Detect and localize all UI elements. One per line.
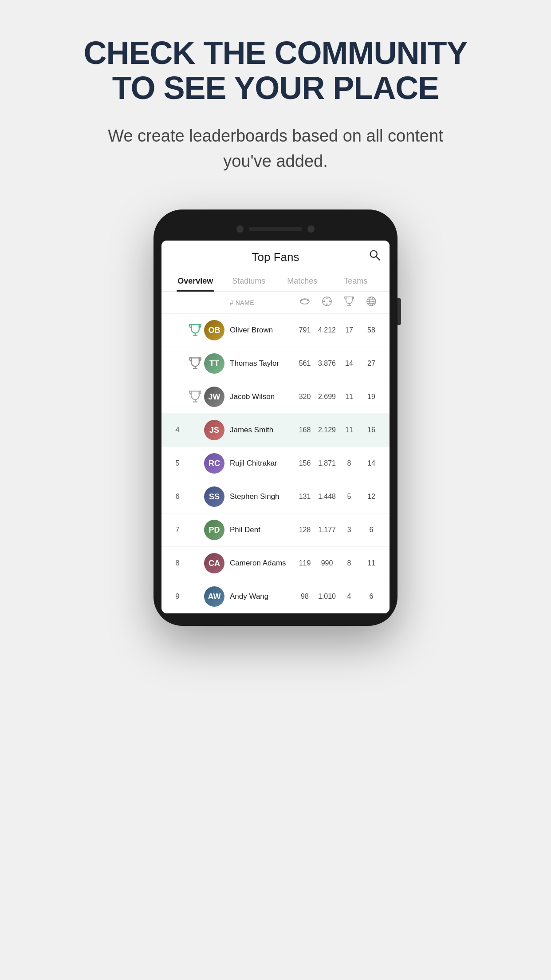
stats-cell: 791 4.212 17 58 (294, 326, 382, 334)
user-name: Rujil Chitrakar (230, 459, 294, 468)
stat-trophies: 8 (338, 459, 360, 467)
stat-matches: 1.010 (316, 593, 338, 601)
stat-trophies: 17 (338, 326, 360, 334)
avatar: CA (204, 553, 224, 573)
avatar: PD (204, 520, 224, 540)
page-headline: CHECK THE COMMUNITY TO SEE YOUR PLACE (76, 36, 475, 106)
stat-trophies: 11 (338, 393, 360, 401)
stats-cell: 119 990 8 11 (294, 559, 382, 567)
stat-matches: 2.699 (316, 393, 338, 401)
stat-globe: 19 (360, 393, 382, 401)
stat-stadiums: 561 (294, 360, 316, 368)
avatar: TT (204, 353, 224, 374)
avatar: JS (204, 420, 224, 440)
stat-globe: 11 (360, 559, 382, 567)
stat-matches: 1.177 (316, 526, 338, 534)
table-row: 4 JS James Smith 168 2.129 11 16 (161, 414, 390, 447)
stat-globe: 27 (360, 360, 382, 368)
stat-matches: 1.448 (316, 493, 338, 501)
header-stadium-icon (294, 296, 316, 309)
table-row: 9 AW Andy Wang 98 1.010 4 6 (161, 580, 390, 613)
stat-stadiums: 791 (294, 326, 316, 334)
stat-matches: 2.129 (316, 426, 338, 434)
stat-stadiums: 131 (294, 493, 316, 501)
phone-camera-2 (307, 225, 315, 233)
header-icons (294, 296, 382, 309)
search-button[interactable] (368, 249, 381, 262)
tab-matches[interactable]: Matches (276, 271, 329, 291)
avatar: SS (204, 486, 224, 507)
stats-cell: 131 1.448 5 12 (294, 493, 382, 501)
header-name-label: # NAME (230, 299, 294, 306)
table-row: 6 SS Stephen Singh 131 1.448 5 12 (161, 480, 390, 514)
phone-top-bar (161, 222, 390, 241)
tab-stadiums[interactable]: Stadiums (222, 271, 276, 291)
avatar: OB (204, 320, 224, 340)
stat-stadiums: 156 (294, 459, 316, 467)
user-name: James Smith (230, 426, 294, 435)
avatar-initials: JS (204, 420, 224, 440)
tabs-bar: Overview Stadiums Matches Teams (161, 271, 390, 292)
avatar-initials: OB (204, 320, 224, 340)
stats-cell: 98 1.010 4 6 (294, 593, 382, 601)
table-row: OB Oliver Brown 791 4.212 17 58 (161, 314, 390, 347)
table-row: 7 PD Phil Dent 128 1.177 3 6 (161, 514, 390, 547)
tab-teams[interactable]: Teams (329, 271, 383, 291)
stat-stadiums: 128 (294, 526, 316, 534)
stat-stadiums: 98 (294, 593, 316, 601)
avatar: AW (204, 586, 224, 607)
stat-matches: 990 (316, 559, 338, 567)
rank-cell: 6 (169, 492, 186, 501)
stats-cell: 156 1.871 8 14 (294, 459, 382, 467)
user-name: Jacob Wilson (230, 392, 294, 401)
stat-trophies: 8 (338, 559, 360, 567)
search-icon (368, 249, 381, 261)
stats-cell: 128 1.177 3 6 (294, 526, 382, 534)
avatar-initials: SS (204, 486, 224, 507)
rank-cell: 5 (169, 459, 186, 468)
avatar-initials: RC (204, 453, 224, 474)
trophy-cell (186, 356, 204, 371)
stat-trophies: 11 (338, 426, 360, 434)
svg-line-1 (376, 257, 380, 260)
stat-globe: 58 (360, 326, 382, 334)
rank-cell: 9 (169, 592, 186, 601)
stat-matches: 4.212 (316, 326, 338, 334)
stat-trophies: 4 (338, 593, 360, 601)
stat-globe: 6 (360, 526, 382, 534)
phone-frame: Top Fans Overview Stadiums Matches (153, 209, 398, 626)
stat-stadiums: 168 (294, 426, 316, 434)
page-wrapper: CHECK THE COMMUNITY TO SEE YOUR PLACE We… (0, 0, 551, 652)
stat-globe: 16 (360, 426, 382, 434)
rank-cell: 8 (169, 559, 186, 568)
app-title: Top Fans (252, 250, 299, 264)
header-ball-icon (316, 296, 338, 309)
stat-stadiums: 119 (294, 559, 316, 567)
avatar-initials: CA (204, 553, 224, 573)
avatar-initials: PD (204, 520, 224, 540)
stat-globe: 6 (360, 593, 382, 601)
phone-camera (236, 225, 244, 233)
leaderboard: # NAME (161, 292, 390, 613)
table-row: JW Jacob Wilson 320 2.699 11 19 (161, 380, 390, 414)
stat-stadiums: 320 (294, 393, 316, 401)
stat-globe: 14 (360, 459, 382, 467)
trophy-cell (186, 323, 204, 337)
user-name: Phil Dent (230, 526, 294, 534)
stat-globe: 12 (360, 493, 382, 501)
stat-trophies: 14 (338, 360, 360, 368)
stats-cell: 561 3.876 14 27 (294, 360, 382, 368)
table-row: 8 CA Cameron Adams 119 990 8 11 (161, 547, 390, 580)
user-name: Oliver Brown (230, 326, 294, 335)
stat-trophies: 5 (338, 493, 360, 501)
table-row: 5 RC Rujil Chitrakar 156 1.871 8 14 (161, 447, 390, 480)
avatar-initials: AW (204, 586, 224, 607)
app-header: Top Fans (161, 241, 390, 264)
phone-speaker (249, 227, 302, 231)
stat-matches: 3.876 (316, 360, 338, 368)
table-header: # NAME (161, 292, 390, 314)
avatar-initials: TT (204, 353, 224, 374)
tab-overview[interactable]: Overview (169, 271, 222, 291)
header-globe-icon (360, 296, 382, 309)
user-name: Cameron Adams (230, 559, 294, 568)
